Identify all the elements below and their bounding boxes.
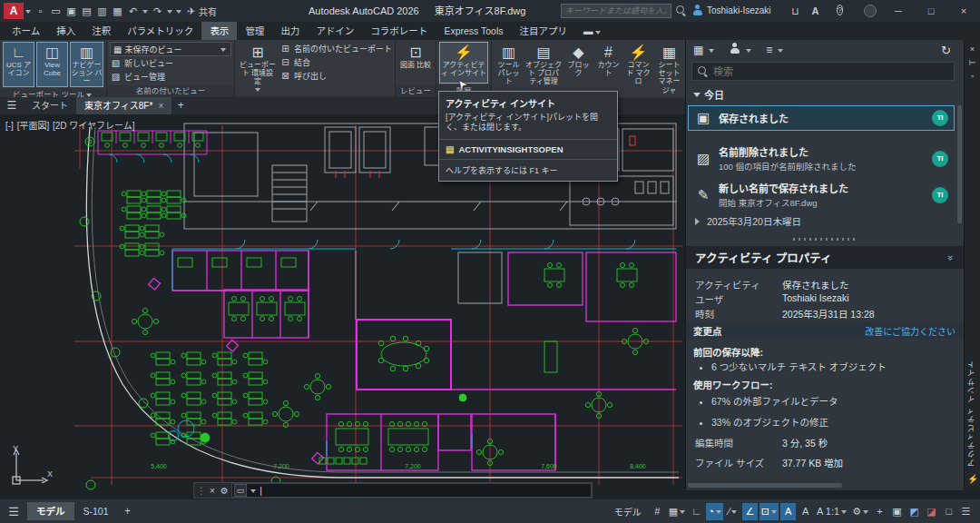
undo-button[interactable]: ↶ [125,0,141,22]
restore-button[interactable]: □ [915,0,947,22]
help-icon[interactable]: ? [837,5,843,15]
feedback-link[interactable]: 改善にご協力ください [865,324,956,338]
tool-palettes-button[interactable]: ▥ ツール パレット [495,42,523,95]
palette-settings-icon[interactable]: ▫ [965,72,980,81]
panel-label-viewport-tools[interactable]: ビューポート ツール [0,89,106,97]
join-viewports-button[interactable]: ⊟ 結合 [279,55,392,69]
layout-menu-icon[interactable]: ☰ [0,505,27,518]
activity-item-saved[interactable]: ▣ 保存されました TI [688,105,955,131]
isolate-objects-button[interactable]: ◪ [924,503,939,520]
collapse-chevron-icon[interactable]: » [946,254,956,260]
group-today[interactable]: 今日 [693,87,724,102]
annotation-scale-button[interactable]: A 1:1 [815,503,848,520]
tab-manage[interactable]: 管理 [237,22,272,40]
app-menu-button[interactable]: A [4,3,24,19]
date-filter-icon[interactable]: ▦ [693,44,703,56]
annotation-autoscale-toggle[interactable]: A [798,503,813,520]
start-tab[interactable]: スタート [24,97,76,114]
sheet-layout-tab[interactable]: S-101 [74,502,118,520]
clean-screen-button[interactable]: □ [941,503,956,520]
snap-toggle[interactable]: ▦ [667,503,687,520]
palette-vertical-tab[interactable]: アクティビティ インサイト [966,340,979,467]
grid-toggle[interactable]: # [650,503,665,520]
model-space-indicator[interactable]: モデル [614,505,642,518]
ribbon-display-toggle[interactable]: ▬ [575,22,611,40]
new-drawing-tab-button[interactable]: + [172,97,190,114]
view-manager-button[interactable]: ▨ ビュー管理 [110,70,231,84]
drawing-tab[interactable]: 東京オフィス8F*× [76,97,172,114]
view-options-caret-icon[interactable] [778,49,783,55]
plot-button[interactable]: ▥ [94,0,110,22]
customize-status-button[interactable]: ☰ [958,503,974,520]
feed-scrollbar[interactable] [957,105,962,223]
tab-home[interactable]: ホーム [4,22,48,40]
autodesk-logo-icon[interactable]: A [808,0,823,22]
share-icon[interactable]: ✈ [183,0,199,22]
tab-annotate[interactable]: 注釈 [83,22,119,40]
command-line[interactable]: ⋮ × ⚙ ▭ | [193,482,593,498]
tab-featured-apps[interactable]: 注目アプリ [512,22,576,40]
group-collapsed-date[interactable]: 2025年3月20日木曜日 [695,214,801,228]
ortho-toggle[interactable]: ∟ [689,503,704,520]
qat-menu-caret-icon[interactable] [176,10,181,16]
activity-item-purged[interactable]: ▨ 名前削除されました 100 個の項目が名前削除されました TI [688,140,955,177]
minimize-button[interactable]: ─ [882,0,915,22]
command-macros-button[interactable]: ⚡ コマンド マクロ [624,42,652,95]
command-input[interactable]: ▭ | [231,483,592,498]
navigation-bar-toggle[interactable]: ▥ ナビゲーション バー [70,42,103,87]
command-prompt-icon[interactable]: ▭ [234,484,248,497]
save-button[interactable]: ▣ [64,0,79,22]
new-file-button[interactable]: ▫ [33,0,48,22]
user-filter-icon[interactable] [729,43,740,57]
account-avatar[interactable] [864,5,877,19]
file-tab-menu-icon[interactable]: ☰ [0,97,24,114]
tab-insert[interactable]: 挿入 [48,22,83,40]
tab-collaborate[interactable]: コラボレート [362,22,436,40]
viewport-control-view[interactable]: [平面図] [17,121,50,131]
properties-header[interactable]: アクティビティ プロパティ » [686,246,964,269]
graphics-performance-toggle[interactable]: ◩ [906,503,922,520]
restore-viewports-button[interactable]: ⊠ 呼び出し [279,69,392,83]
date-filter-caret-icon[interactable] [709,49,714,55]
annotation-monitor-toggle[interactable]: + [872,503,887,520]
ucs-icon-toggle[interactable]: ∟ UCS アイコン [3,42,34,87]
tab-output[interactable]: 出力 [272,22,308,40]
view-options-icon[interactable]: ≡ [766,44,772,56]
tab-addins[interactable]: アドイン [308,22,362,40]
palette-close-icon[interactable]: × [965,44,980,54]
search-input[interactable] [561,4,671,18]
tab-view[interactable]: 表示 [201,22,237,40]
palette-autohide-icon[interactable]: ⊢ [965,58,980,67]
named-viewports-button[interactable]: ⊞ 名前の付いたビューポート [279,42,392,55]
view-cube-toggle[interactable]: ◫ View Cube [36,42,68,87]
sheet-set-manager-button[interactable]: ▦ シート セット マネージャ [654,42,684,95]
count-palette-button[interactable]: # カウント [594,42,622,95]
isometric-drafting-toggle[interactable]: ∕ [725,503,740,520]
activity-item-saved-as[interactable]: ✎ 新しい名前で保存されました 開始 東京オフィス8F.dwg TI [688,176,955,213]
model-layout-tab[interactable]: モデル [27,502,74,520]
search-icon[interactable] [675,5,687,18]
tab-parametric[interactable]: パラメトリック [119,22,201,40]
tab-express-tools[interactable]: Express Tools [436,22,511,40]
object-snap-toggle[interactable]: ⊡ [760,503,779,520]
workspace-switch-button[interactable]: ⚙ [850,503,870,520]
activity-search-input[interactable] [713,66,949,77]
close-button[interactable]: × [947,0,980,22]
activity-search-box[interactable] [691,62,955,81]
osnap-tracking-toggle[interactable]: ∠ [742,503,758,520]
cart-icon[interactable]: ⊔ [788,0,803,22]
viewport-control-style[interactable]: [2D ワイヤフレーム] [53,121,135,131]
quick-properties-toggle[interactable]: ▣ [889,503,905,520]
command-line-close-icon[interactable]: × [207,486,218,496]
save-as-button[interactable]: ▤ [79,0,94,22]
user-icon[interactable] [691,5,703,18]
command-prompt-caret-icon[interactable] [250,489,256,496]
user-filter-caret-icon[interactable] [746,49,751,55]
polar-tracking-toggle[interactable]: ◔ [706,503,723,520]
horizontal-scrollbar[interactable] [688,483,842,488]
splitter-handle[interactable] [793,238,857,241]
app-menu-caret-icon[interactable] [25,10,31,16]
share-button[interactable]: 共有 [199,5,217,18]
command-line-tools-icon[interactable]: ⚙ [218,486,231,496]
refresh-icon[interactable]: ↻ [941,44,951,57]
